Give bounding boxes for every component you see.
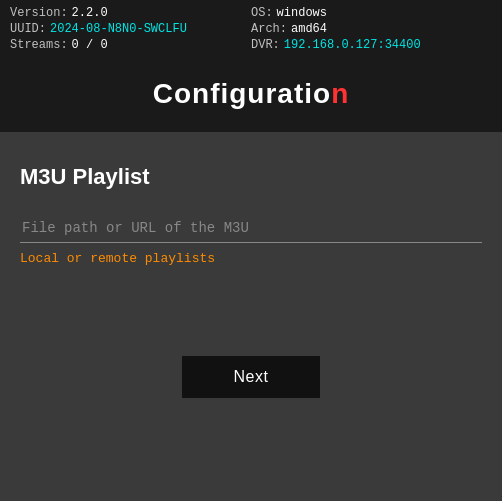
version-label: Version:	[10, 6, 68, 20]
title-section: Configuration	[0, 58, 502, 134]
next-button-container: Next	[20, 356, 482, 398]
m3u-input-container	[20, 214, 482, 243]
streams-value: 0 / 0	[72, 38, 108, 52]
hint-text: Local or remote playlists	[20, 251, 482, 266]
version-value: 2.2.0	[72, 6, 108, 20]
arch-label: Arch:	[251, 22, 287, 36]
section-title: M3U Playlist	[20, 164, 482, 190]
header-bar: Version: 2.2.0 OS: windows UUID: 2024-08…	[0, 0, 502, 58]
arch-value: amd64	[291, 22, 327, 36]
main-content: M3U Playlist Local or remote playlists N…	[0, 134, 502, 418]
os-value: windows	[277, 6, 327, 20]
uuid-label: UUID:	[10, 22, 46, 36]
dvr-value: 192.168.0.127:34400	[284, 38, 421, 52]
next-button[interactable]: Next	[182, 356, 321, 398]
page-title: Configuration	[10, 78, 492, 110]
uuid-value: 2024-08-N8N0-SWCLFU	[50, 22, 187, 36]
dvr-label: DVR:	[251, 38, 280, 52]
os-label: OS:	[251, 6, 273, 20]
m3u-url-input[interactable]	[20, 214, 482, 242]
streams-label: Streams:	[10, 38, 68, 52]
